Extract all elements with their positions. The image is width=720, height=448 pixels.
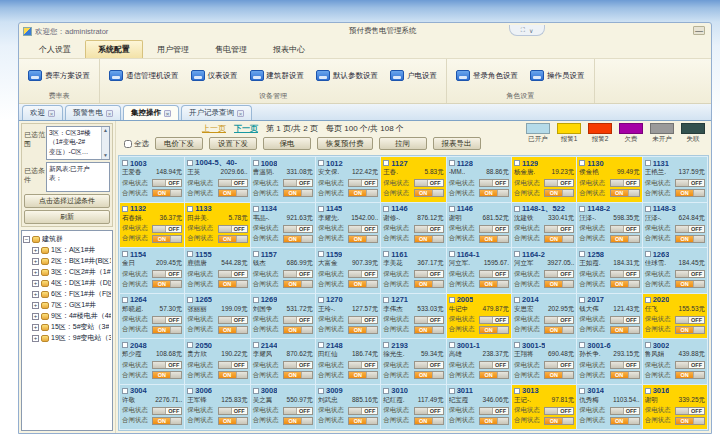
switch-status-toggle[interactable]: ON — [479, 371, 509, 379]
protect-status-toggle[interactable]: OFF — [414, 361, 444, 369]
switch-status-toggle[interactable]: ON — [544, 280, 574, 288]
scroll-up-icon[interactable]: ▲ — [103, 127, 108, 134]
ribbon-button-费率方案设置[interactable]: 费率方案设置 — [23, 68, 95, 83]
protect-status-toggle[interactable]: OFF — [414, 179, 444, 187]
room-card[interactable]: 3010纪红霞.117.49元保电状态OFF合闸状态ON — [381, 385, 445, 430]
tree-item[interactable]: +1区：A区1#井 — [23, 245, 111, 255]
switch-status-toggle[interactable]: ON — [348, 326, 378, 334]
protect-status-toggle[interactable]: OFF — [283, 361, 313, 369]
switch-status-toggle[interactable]: ON — [283, 371, 313, 379]
protect-status-toggle[interactable]: OFF — [610, 361, 640, 369]
switch-status-toggle[interactable]: ON — [414, 417, 444, 425]
room-checkbox[interactable] — [449, 342, 455, 348]
switch-status-toggle[interactable]: ON — [152, 417, 182, 425]
switch-status-toggle[interactable]: ON — [348, 189, 378, 197]
protect-status-toggle[interactable]: OFF — [544, 225, 574, 233]
ribbon-button-登录角色设置[interactable]: 登录角色设置 — [451, 68, 523, 83]
room-card[interactable]: 2005牛记中479.87元保电状态OFF合闸状态ON — [447, 294, 511, 339]
batch-button-恢复预付费[interactable]: 恢复预付费 — [317, 137, 373, 150]
room-card[interactable]: 1012安文保.122.42元保电状态OFF合闸状态ON — [316, 157, 380, 202]
tree-item[interactable]: +9区：4#楼电井（4# — [23, 311, 111, 321]
minimize-button[interactable]: — — [693, 26, 705, 35]
doc-tab-预警售电[interactable]: 预警售电× — [65, 105, 121, 120]
protect-status-toggle[interactable]: OFF — [675, 361, 705, 369]
room-checkbox[interactable] — [383, 388, 389, 394]
batch-button-报表导出[interactable]: 报表导出 — [433, 137, 481, 150]
switch-status-toggle[interactable]: ON — [152, 371, 182, 379]
switch-status-toggle[interactable]: ON — [675, 280, 705, 288]
batch-button-电价下发[interactable]: 电价下发 — [155, 137, 203, 150]
collapse-icon[interactable]: − — [23, 236, 30, 243]
switch-status-toggle[interactable]: ON — [218, 326, 248, 334]
protect-status-toggle[interactable]: OFF — [218, 361, 248, 369]
switch-status-toggle[interactable]: ON — [610, 235, 640, 243]
protect-status-toggle[interactable]: OFF — [479, 270, 509, 278]
room-checkbox[interactable] — [645, 388, 651, 394]
expand-icon[interactable]: + — [32, 335, 39, 342]
room-checkbox[interactable] — [449, 388, 455, 394]
protect-status-toggle[interactable]: OFF — [544, 179, 574, 187]
protect-status-toggle[interactable]: OFF — [675, 270, 705, 278]
chevron-down-icon[interactable]: ∨ — [529, 27, 533, 34]
switch-status-toggle[interactable]: ON — [479, 189, 509, 197]
room-checkbox[interactable] — [579, 388, 585, 394]
switch-status-toggle[interactable]: ON — [675, 371, 705, 379]
room-checkbox[interactable] — [122, 342, 128, 348]
room-card[interactable]: 2014安思宏202.95元保电状态OFF合闸状态ON — [512, 294, 576, 339]
ribbon-button-通信管理机设置[interactable]: 通信管理机设置 — [104, 68, 184, 83]
switch-status-toggle[interactable]: ON — [544, 189, 574, 197]
protect-status-toggle[interactable]: OFF — [414, 316, 444, 324]
switch-status-toggle[interactable]: ON — [610, 189, 640, 197]
expand-icon[interactable]: + — [32, 302, 39, 309]
menu-tab-用户管理[interactable]: 用户管理 — [145, 41, 201, 58]
room-checkbox[interactable] — [253, 297, 259, 303]
protect-status-toggle[interactable]: OFF — [544, 361, 574, 369]
switch-status-toggle[interactable]: ON — [414, 189, 444, 197]
room-card[interactable]: 1004-5、40-王英2029.66..保电状态OFF合闸状态ON — [185, 157, 249, 202]
room-checkbox[interactable] — [253, 160, 259, 166]
room-checkbox[interactable] — [318, 206, 324, 212]
protect-status-toggle[interactable]: OFF — [152, 361, 182, 369]
protect-status-toggle[interactable]: OFF — [152, 225, 182, 233]
protect-status-toggle[interactable]: OFF — [152, 270, 182, 278]
ribbon-button-户电设置[interactable]: 户电设置 — [385, 68, 442, 83]
switch-status-toggle[interactable]: ON — [152, 326, 182, 334]
protect-status-toggle[interactable]: OFF — [414, 407, 444, 415]
protect-status-toggle[interactable]: OFF — [610, 407, 640, 415]
room-checkbox[interactable] — [122, 160, 128, 166]
room-card[interactable]: 3004许敬2276.71..保电状态OFF合闸状态ON — [120, 385, 184, 430]
protect-status-toggle[interactable]: OFF — [610, 270, 640, 278]
room-card[interactable]: 1164-2河立军3927.05..保电状态OFF合闸状态ON — [512, 248, 576, 293]
room-card[interactable]: 1265张丽丽199.09元保电状态OFF合闸状态ON — [185, 294, 249, 339]
room-card[interactable]: 2050贵方欣190.22元保电状态OFF合闸状态ON — [185, 339, 249, 384]
close-icon[interactable]: × — [106, 110, 113, 117]
room-card[interactable]: 1148-2汪泽-.598.35元保电状态OFF合闸状态ON — [577, 203, 641, 248]
room-card[interactable]: 3016谢明339.25元保电状态OFF合闸状态ON — [643, 385, 707, 430]
room-checkbox[interactable] — [383, 160, 389, 166]
protect-status-toggle[interactable]: OFF — [544, 316, 574, 324]
room-checkbox[interactable] — [449, 297, 455, 303]
room-card[interactable]: 1269刘国争531.72元保电状态OFF合闸状态ON — [251, 294, 315, 339]
doc-tab-开户记录查询[interactable]: 开户记录查询× — [181, 105, 252, 120]
prev-page-link[interactable]: 上一页 — [202, 123, 226, 134]
ribbon-button-默认参数设置[interactable]: 默认参数设置 — [311, 68, 383, 83]
close-icon[interactable]: × — [48, 110, 55, 117]
room-card[interactable]: 1130侯金艳99.49元保电状态OFF合闸状态ON — [577, 157, 641, 202]
room-card[interactable]: 3009刘武忠885.16元保电状态OFF合闸状态ON — [316, 385, 380, 430]
switch-status-toggle[interactable]: ON — [479, 280, 509, 288]
room-card[interactable]: 1128-MM..88.86元保电状态OFF合闸状态ON — [447, 157, 511, 202]
protect-status-toggle[interactable]: OFF — [348, 407, 378, 415]
protect-status-toggle[interactable]: OFF — [610, 225, 640, 233]
room-card[interactable]: 1157钱杰686.99元保电状态OFF合闸状态ON — [251, 248, 315, 293]
room-card[interactable]: 1145李耀先.1542.00..保电状态OFF合闸状态ON — [316, 203, 380, 248]
room-card[interactable]: 3013王记-.97.81元保电状态OFF合闸状态ON — [512, 385, 576, 430]
switch-status-toggle[interactable]: ON — [218, 189, 248, 197]
scroll-down-icon[interactable]: ▼ — [103, 152, 108, 159]
choose-filter-button[interactable]: 点击选择过滤条件 — [24, 194, 110, 208]
room-card[interactable]: 1003王爱春148.94元保电状态OFF合闸状态ON — [120, 157, 184, 202]
switch-status-toggle[interactable]: ON — [348, 371, 378, 379]
room-checkbox[interactable] — [579, 206, 585, 212]
room-checkbox[interactable] — [187, 251, 193, 257]
switch-status-toggle[interactable]: ON — [544, 371, 574, 379]
room-checkbox[interactable] — [645, 297, 651, 303]
